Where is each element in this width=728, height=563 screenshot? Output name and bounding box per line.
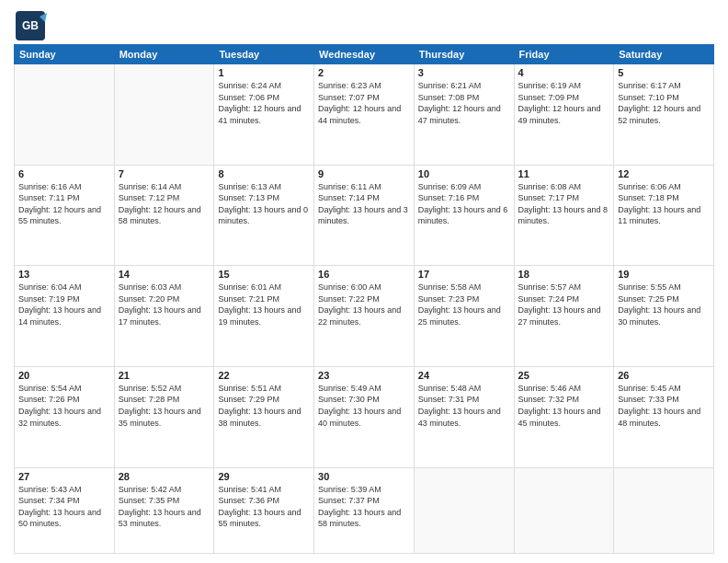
day-number: 4 <box>518 67 610 78</box>
day-info: Sunrise: 6:03 AM Sunset: 7:20 PM Dayligh… <box>119 282 210 327</box>
day-info: Sunrise: 5:52 AM Sunset: 7:28 PM Dayligh… <box>119 383 210 429</box>
calendar-cell: 30Sunrise: 5:39 AM Sunset: 7:37 PM Dayli… <box>314 467 415 554</box>
calendar-cell: 16Sunrise: 6:00 AM Sunset: 7:22 PM Dayli… <box>314 266 415 367</box>
calendar-cell: 8Sunrise: 6:13 AM Sunset: 7:13 PM Daylig… <box>214 165 314 266</box>
weekday-header: Tuesday <box>214 45 314 64</box>
day-number: 12 <box>618 168 710 179</box>
day-number: 22 <box>218 370 310 381</box>
calendar-cell: 12Sunrise: 6:06 AM Sunset: 7:18 PM Dayli… <box>614 165 714 266</box>
day-number: 14 <box>119 269 210 280</box>
day-info: Sunrise: 6:14 AM Sunset: 7:12 PM Dayligh… <box>119 181 210 227</box>
day-info: Sunrise: 5:39 AM Sunset: 7:37 PM Dayligh… <box>318 484 410 530</box>
day-number: 10 <box>418 168 510 179</box>
day-number: 29 <box>218 471 310 482</box>
day-info: Sunrise: 6:13 AM Sunset: 7:13 PM Dayligh… <box>218 181 310 227</box>
day-number: 1 <box>218 67 310 78</box>
calendar-cell: 1Sunrise: 6:24 AM Sunset: 7:06 PM Daylig… <box>214 64 314 166</box>
day-number: 6 <box>18 168 110 179</box>
calendar-cell: 2Sunrise: 6:23 AM Sunset: 7:07 PM Daylig… <box>314 64 415 166</box>
calendar-cell: 21Sunrise: 5:52 AM Sunset: 7:28 PM Dayli… <box>114 366 214 467</box>
logo: GB <box>14 9 47 39</box>
day-info: Sunrise: 5:55 AM Sunset: 7:25 PM Dayligh… <box>618 282 710 327</box>
calendar-cell <box>614 467 714 554</box>
day-info: Sunrise: 6:19 AM Sunset: 7:09 PM Dayligh… <box>518 80 610 126</box>
calendar-cell: 23Sunrise: 5:49 AM Sunset: 7:30 PM Dayli… <box>314 366 415 467</box>
header: GB <box>14 9 714 39</box>
calendar-cell: 19Sunrise: 5:55 AM Sunset: 7:25 PM Dayli… <box>614 266 714 367</box>
day-info: Sunrise: 6:04 AM Sunset: 7:19 PM Dayligh… <box>18 282 110 327</box>
day-number: 7 <box>119 168 210 179</box>
day-info: Sunrise: 6:16 AM Sunset: 7:11 PM Dayligh… <box>18 181 110 227</box>
day-info: Sunrise: 6:23 AM Sunset: 7:07 PM Dayligh… <box>318 80 410 126</box>
calendar-week-row: 6Sunrise: 6:16 AM Sunset: 7:11 PM Daylig… <box>15 165 714 266</box>
day-info: Sunrise: 6:17 AM Sunset: 7:10 PM Dayligh… <box>618 80 710 126</box>
day-info: Sunrise: 6:24 AM Sunset: 7:06 PM Dayligh… <box>218 80 310 126</box>
day-info: Sunrise: 6:09 AM Sunset: 7:16 PM Dayligh… <box>418 181 510 227</box>
day-info: Sunrise: 5:58 AM Sunset: 7:23 PM Dayligh… <box>418 282 510 327</box>
calendar-cell: 17Sunrise: 5:58 AM Sunset: 7:23 PM Dayli… <box>414 266 514 367</box>
day-number: 8 <box>218 168 310 179</box>
logo-icon: GB <box>14 9 43 39</box>
calendar-cell: 18Sunrise: 5:57 AM Sunset: 7:24 PM Dayli… <box>514 266 614 367</box>
weekday-header: Thursday <box>414 45 514 64</box>
day-info: Sunrise: 5:42 AM Sunset: 7:35 PM Dayligh… <box>119 484 210 530</box>
calendar-cell: 24Sunrise: 5:48 AM Sunset: 7:31 PM Dayli… <box>414 366 514 467</box>
calendar-cell: 4Sunrise: 6:19 AM Sunset: 7:09 PM Daylig… <box>514 64 614 166</box>
day-number: 5 <box>618 67 710 78</box>
day-number: 13 <box>18 269 110 280</box>
calendar-cell: 7Sunrise: 6:14 AM Sunset: 7:12 PM Daylig… <box>114 165 214 266</box>
day-number: 30 <box>318 471 410 482</box>
day-number: 9 <box>318 168 410 179</box>
day-number: 21 <box>119 370 210 381</box>
day-number: 2 <box>318 67 410 78</box>
day-info: Sunrise: 6:21 AM Sunset: 7:08 PM Dayligh… <box>418 80 510 126</box>
calendar-cell: 3Sunrise: 6:21 AM Sunset: 7:08 PM Daylig… <box>414 64 514 166</box>
calendar-week-row: 1Sunrise: 6:24 AM Sunset: 7:06 PM Daylig… <box>15 64 714 166</box>
day-info: Sunrise: 6:08 AM Sunset: 7:17 PM Dayligh… <box>518 181 610 227</box>
calendar-cell <box>514 467 614 554</box>
day-info: Sunrise: 5:54 AM Sunset: 7:26 PM Dayligh… <box>18 383 110 429</box>
calendar-cell <box>414 467 514 554</box>
day-number: 11 <box>518 168 610 179</box>
day-info: Sunrise: 5:45 AM Sunset: 7:33 PM Dayligh… <box>618 383 710 429</box>
day-info: Sunrise: 5:49 AM Sunset: 7:30 PM Dayligh… <box>318 383 410 429</box>
calendar-cell: 26Sunrise: 5:45 AM Sunset: 7:33 PM Dayli… <box>614 366 714 467</box>
calendar-cell: 25Sunrise: 5:46 AM Sunset: 7:32 PM Dayli… <box>514 366 614 467</box>
day-number: 16 <box>318 269 410 280</box>
page: GB SundayMondayTuesdayWednesdayThursdayF… <box>0 0 728 563</box>
weekday-header: Friday <box>514 45 614 64</box>
calendar-cell: 9Sunrise: 6:11 AM Sunset: 7:14 PM Daylig… <box>314 165 415 266</box>
day-info: Sunrise: 6:01 AM Sunset: 7:21 PM Dayligh… <box>218 282 310 327</box>
svg-text:GB: GB <box>22 19 39 32</box>
day-number: 20 <box>18 370 110 381</box>
day-number: 18 <box>518 269 610 280</box>
day-number: 23 <box>318 370 410 381</box>
calendar: SundayMondayTuesdayWednesdayThursdayFrid… <box>14 44 714 554</box>
day-info: Sunrise: 5:41 AM Sunset: 7:36 PM Dayligh… <box>218 484 310 530</box>
day-number: 15 <box>218 269 310 280</box>
day-info: Sunrise: 5:57 AM Sunset: 7:24 PM Dayligh… <box>518 282 610 327</box>
day-info: Sunrise: 5:51 AM Sunset: 7:29 PM Dayligh… <box>218 383 310 429</box>
calendar-cell: 13Sunrise: 6:04 AM Sunset: 7:19 PM Dayli… <box>15 266 115 367</box>
day-info: Sunrise: 5:43 AM Sunset: 7:34 PM Dayligh… <box>18 484 110 530</box>
day-number: 3 <box>418 67 510 78</box>
day-info: Sunrise: 6:00 AM Sunset: 7:22 PM Dayligh… <box>318 282 410 327</box>
weekday-header: Sunday <box>15 45 115 64</box>
day-number: 19 <box>618 269 710 280</box>
calendar-cell: 5Sunrise: 6:17 AM Sunset: 7:10 PM Daylig… <box>614 64 714 166</box>
calendar-cell: 15Sunrise: 6:01 AM Sunset: 7:21 PM Dayli… <box>214 266 314 367</box>
calendar-cell: 6Sunrise: 6:16 AM Sunset: 7:11 PM Daylig… <box>15 165 115 266</box>
weekday-header: Wednesday <box>314 45 415 64</box>
day-number: 25 <box>518 370 610 381</box>
calendar-week-row: 13Sunrise: 6:04 AM Sunset: 7:19 PM Dayli… <box>15 266 714 367</box>
calendar-cell: 27Sunrise: 5:43 AM Sunset: 7:34 PM Dayli… <box>15 467 115 554</box>
day-number: 17 <box>418 269 510 280</box>
day-info: Sunrise: 5:46 AM Sunset: 7:32 PM Dayligh… <box>518 383 610 429</box>
day-number: 24 <box>418 370 510 381</box>
calendar-cell <box>114 64 214 166</box>
day-number: 28 <box>119 471 210 482</box>
calendar-cell: 29Sunrise: 5:41 AM Sunset: 7:36 PM Dayli… <box>214 467 314 554</box>
calendar-cell <box>15 64 115 166</box>
calendar-cell: 28Sunrise: 5:42 AM Sunset: 7:35 PM Dayli… <box>114 467 214 554</box>
calendar-cell: 20Sunrise: 5:54 AM Sunset: 7:26 PM Dayli… <box>15 366 115 467</box>
